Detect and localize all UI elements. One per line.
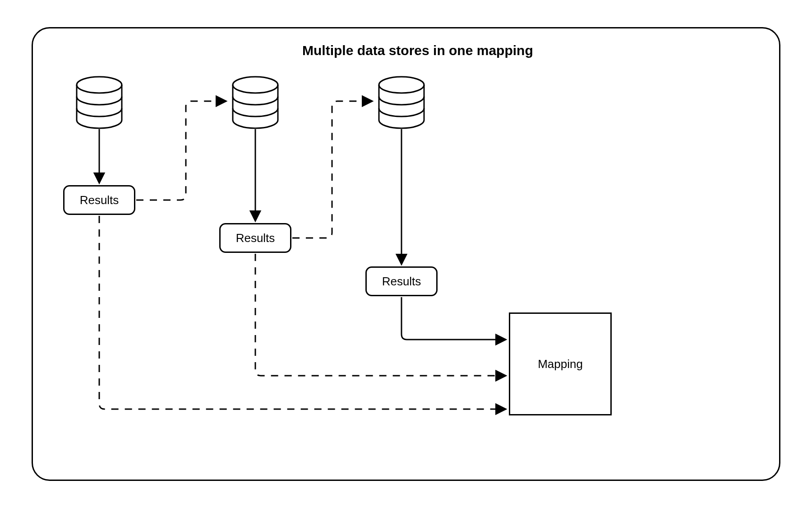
results-label-3: Results bbox=[382, 275, 421, 289]
results-label-2: Results bbox=[236, 231, 275, 245]
results-box-3: Results bbox=[365, 266, 438, 296]
diagram-frame bbox=[32, 27, 780, 481]
mapping-label: Mapping bbox=[538, 357, 583, 371]
diagram-canvas: Multiple data stores in one mapping Resu… bbox=[0, 0, 812, 508]
results-box-1: Results bbox=[63, 185, 135, 215]
results-label-1: Results bbox=[80, 193, 119, 207]
mapping-box: Mapping bbox=[509, 312, 612, 415]
results-box-2: Results bbox=[219, 223, 291, 253]
diagram-title: Multiple data stores in one mapping bbox=[302, 43, 533, 58]
